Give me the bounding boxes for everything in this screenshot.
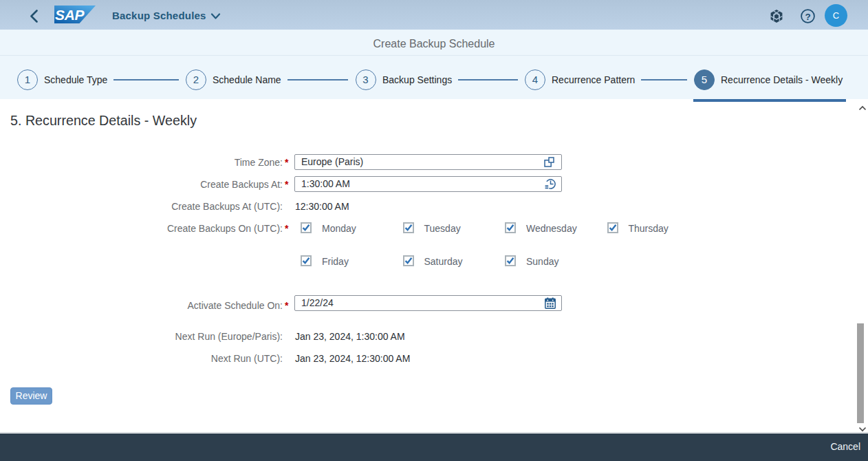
- svg-text:SAP: SAP: [55, 7, 85, 23]
- svg-text:?: ?: [805, 12, 810, 22]
